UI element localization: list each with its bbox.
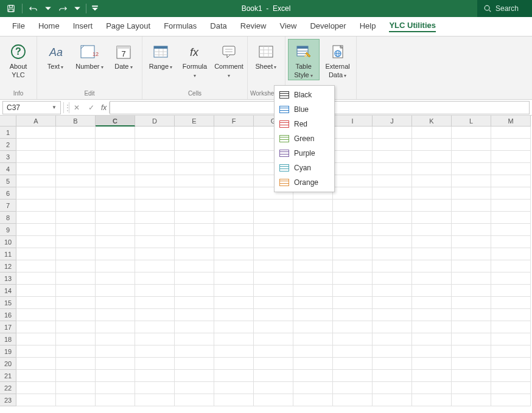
cell[interactable] [16, 187, 56, 200]
cell[interactable] [333, 151, 373, 163]
cell[interactable] [254, 272, 293, 285]
cell[interactable] [293, 297, 333, 309]
cell[interactable] [16, 333, 56, 345]
cell[interactable] [175, 139, 214, 151]
cell[interactable] [373, 212, 412, 224]
cell[interactable] [491, 285, 531, 297]
cell[interactable] [56, 248, 96, 260]
cell[interactable] [96, 224, 135, 236]
cell[interactable] [175, 285, 214, 297]
cell[interactable] [333, 358, 373, 370]
tab-ylc-utilities[interactable]: YLC Utilities [389, 21, 436, 32]
cell[interactable] [16, 370, 56, 382]
cell[interactable] [96, 236, 135, 248]
cell[interactable] [452, 333, 491, 345]
col-header-J[interactable]: J [373, 116, 412, 127]
cell[interactable] [452, 248, 491, 260]
cell[interactable] [491, 224, 531, 236]
formula-button[interactable]: fxFormula ▾ [179, 39, 211, 80]
cell[interactable] [96, 345, 135, 358]
comment-button[interactable]: Comment ▾ [213, 39, 245, 80]
save-icon[interactable] [5, 2, 17, 15]
qat-customize[interactable] [91, 2, 99, 15]
cell[interactable] [16, 297, 56, 309]
cell[interactable] [373, 394, 412, 406]
cell[interactable] [214, 248, 254, 260]
cell[interactable] [254, 309, 293, 321]
cell[interactable] [175, 187, 214, 200]
cell[interactable] [373, 187, 412, 200]
cell[interactable] [56, 309, 96, 321]
table-style-black[interactable]: Black [275, 88, 334, 102]
redo-icon[interactable] [57, 2, 69, 15]
row-header-13[interactable]: 13 [0, 272, 16, 285]
cell[interactable] [175, 212, 214, 224]
cell[interactable] [56, 187, 96, 200]
row-header-6[interactable]: 6 [0, 187, 16, 200]
cell[interactable] [16, 272, 56, 285]
tab-file[interactable]: File [12, 21, 25, 32]
cell[interactable] [135, 127, 175, 139]
cell[interactable] [491, 382, 531, 394]
row-header-9[interactable]: 9 [0, 224, 16, 236]
cell[interactable] [96, 309, 135, 321]
cell[interactable] [452, 175, 491, 187]
cell[interactable] [333, 236, 373, 248]
cell[interactable] [175, 175, 214, 187]
cell[interactable] [293, 236, 333, 248]
row-header-19[interactable]: 19 [0, 345, 16, 358]
undo-menu[interactable] [44, 2, 52, 15]
cell[interactable] [373, 358, 412, 370]
cell[interactable] [96, 163, 135, 175]
cell[interactable] [333, 297, 373, 309]
cell[interactable] [135, 224, 175, 236]
cell[interactable] [16, 224, 56, 236]
col-header-B[interactable]: B [56, 116, 96, 127]
cell[interactable] [214, 139, 254, 151]
cell[interactable] [175, 358, 214, 370]
row-header-5[interactable]: 5 [0, 175, 16, 187]
cell[interactable] [491, 370, 531, 382]
cell[interactable] [452, 345, 491, 358]
row-header-23[interactable]: 23 [0, 394, 16, 406]
table-style-button[interactable]: TableStyle ▾ [288, 39, 320, 80]
row-header-14[interactable]: 14 [0, 285, 16, 297]
cell[interactable] [412, 212, 452, 224]
cell[interactable] [175, 224, 214, 236]
cell[interactable] [16, 163, 56, 175]
fbar-menu[interactable]: ⋮ [64, 103, 69, 112]
cell[interactable] [96, 248, 135, 260]
cell[interactable] [96, 151, 135, 163]
cell[interactable] [491, 321, 531, 333]
cell[interactable] [175, 382, 214, 394]
tab-formulas[interactable]: Formulas [164, 21, 197, 32]
cell[interactable] [373, 248, 412, 260]
row-header-3[interactable]: 3 [0, 151, 16, 163]
cell[interactable] [333, 394, 373, 406]
cell[interactable] [56, 163, 96, 175]
tab-developer[interactable]: Developer [310, 21, 346, 32]
cell[interactable] [135, 358, 175, 370]
cell[interactable] [96, 212, 135, 224]
spreadsheet-grid[interactable]: ABCDEFGHIJKLM 12345678910111213141516171… [0, 116, 532, 413]
tab-home[interactable]: Home [38, 21, 60, 32]
cell[interactable] [452, 260, 491, 272]
cell[interactable] [412, 260, 452, 272]
cell[interactable] [293, 248, 333, 260]
cell[interactable] [452, 200, 491, 212]
cell[interactable] [491, 248, 531, 260]
cell[interactable] [56, 394, 96, 406]
cell[interactable] [254, 236, 293, 248]
cell[interactable] [16, 127, 56, 139]
cell[interactable] [214, 382, 254, 394]
cell[interactable] [96, 297, 135, 309]
cell[interactable] [491, 187, 531, 200]
redo-menu[interactable] [74, 2, 81, 15]
cell[interactable] [373, 139, 412, 151]
cell[interactable] [373, 333, 412, 345]
cell[interactable] [16, 260, 56, 272]
cell[interactable] [452, 187, 491, 200]
cell[interactable] [56, 382, 96, 394]
cell[interactable] [96, 260, 135, 272]
cell[interactable] [254, 333, 293, 345]
